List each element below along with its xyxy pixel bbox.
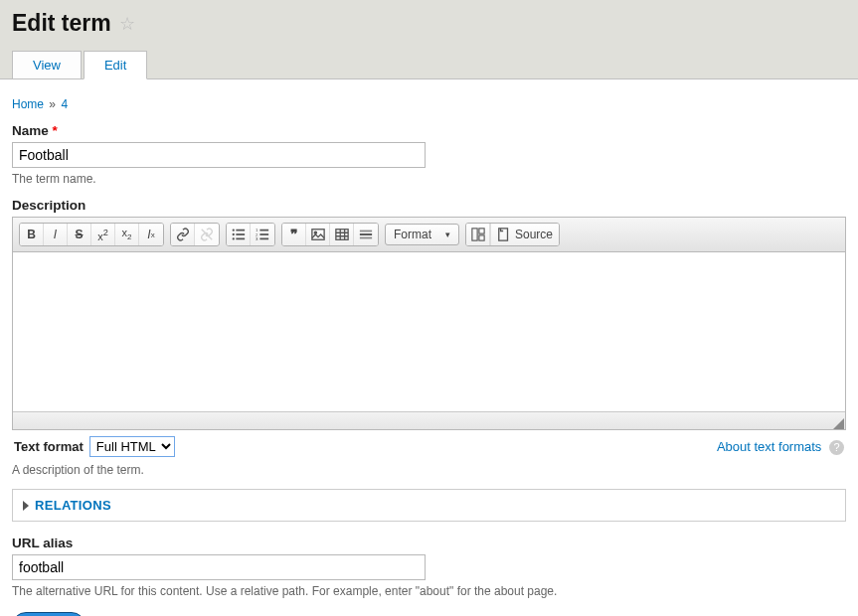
about-text-formats-link[interactable]: About text formats bbox=[717, 439, 822, 454]
svg-point-5 bbox=[232, 237, 234, 239]
strike-icon[interactable]: S bbox=[68, 224, 91, 245]
horizontal-rule-icon[interactable] bbox=[354, 224, 378, 245]
relations-section: RELATIONS bbox=[12, 489, 846, 522]
subscript-icon[interactable]: x2 bbox=[115, 224, 139, 245]
svg-rect-8 bbox=[259, 230, 268, 231]
svg-rect-23 bbox=[471, 229, 476, 240]
svg-rect-21 bbox=[360, 233, 372, 235]
svg-rect-4 bbox=[236, 233, 245, 235]
relations-toggle[interactable]: RELATIONS bbox=[13, 490, 845, 521]
svg-point-14 bbox=[314, 231, 316, 233]
url-alias-help: The alternative URL for this content. Us… bbox=[12, 584, 846, 598]
svg-rect-10 bbox=[259, 233, 268, 235]
svg-text:3: 3 bbox=[256, 236, 258, 241]
url-alias-input[interactable] bbox=[12, 554, 426, 580]
format-dropdown[interactable]: Format ▾ bbox=[385, 224, 459, 245]
breadcrumb-home[interactable]: Home bbox=[12, 97, 44, 111]
show-blocks-icon[interactable] bbox=[466, 224, 490, 245]
table-icon[interactable] bbox=[330, 224, 354, 245]
editor-content-area[interactable] bbox=[13, 252, 845, 411]
svg-rect-12 bbox=[259, 238, 268, 240]
svg-rect-22 bbox=[360, 237, 372, 239]
chevron-down-icon: ▾ bbox=[445, 230, 450, 239]
editor-toolbar: B I S x2 x2 Ix bbox=[13, 218, 845, 252]
tab-view[interactable]: View bbox=[12, 51, 82, 79]
source-button[interactable]: Source bbox=[490, 224, 559, 245]
help-icon[interactable]: ? bbox=[829, 440, 844, 455]
required-mark: * bbox=[53, 123, 58, 138]
number-list-icon[interactable]: 123 bbox=[251, 224, 274, 245]
svg-rect-13 bbox=[311, 230, 323, 240]
breadcrumb-term[interactable]: 4 bbox=[61, 97, 68, 111]
name-label: Name * bbox=[12, 123, 846, 138]
description-label: Description bbox=[12, 198, 846, 213]
svg-rect-24 bbox=[478, 229, 483, 233]
save-button[interactable]: Save bbox=[12, 612, 86, 616]
text-format-label: Text format bbox=[14, 439, 84, 454]
remove-format-icon[interactable]: Ix bbox=[139, 224, 163, 245]
blockquote-icon[interactable]: ❞ bbox=[282, 224, 306, 245]
svg-point-3 bbox=[232, 233, 234, 235]
bullet-list-icon[interactable] bbox=[227, 224, 251, 245]
svg-rect-6 bbox=[236, 238, 245, 240]
svg-rect-20 bbox=[360, 231, 372, 232]
primary-tabs: View Edit bbox=[12, 51, 846, 78]
tab-edit[interactable]: Edit bbox=[84, 51, 147, 79]
svg-rect-15 bbox=[335, 230, 347, 240]
disclosure-triangle-icon bbox=[23, 501, 29, 511]
svg-rect-25 bbox=[478, 235, 483, 240]
svg-rect-2 bbox=[236, 230, 245, 231]
superscript-icon[interactable]: x2 bbox=[91, 224, 115, 245]
url-alias-label: URL alias bbox=[12, 536, 846, 550]
italic-icon[interactable]: I bbox=[44, 224, 68, 245]
page-title: Edit term bbox=[12, 10, 111, 37]
description-help: A description of the term. bbox=[12, 463, 846, 477]
resize-handle-icon[interactable] bbox=[833, 418, 844, 429]
svg-point-1 bbox=[232, 229, 234, 231]
breadcrumb: Home » 4 bbox=[12, 97, 846, 111]
name-input[interactable] bbox=[12, 142, 426, 168]
breadcrumb-sep: » bbox=[49, 97, 56, 111]
wysiwyg-editor: B I S x2 x2 Ix bbox=[12, 217, 846, 430]
editor-status-bar bbox=[13, 411, 845, 429]
name-help: The term name. bbox=[12, 172, 846, 186]
favorite-star-icon[interactable]: ☆ bbox=[119, 13, 135, 35]
unlink-icon bbox=[195, 224, 219, 245]
bold-icon[interactable]: B bbox=[20, 224, 44, 245]
text-format-select[interactable]: Full HTML bbox=[89, 436, 175, 457]
image-icon[interactable] bbox=[306, 224, 330, 245]
link-icon[interactable] bbox=[171, 224, 195, 245]
